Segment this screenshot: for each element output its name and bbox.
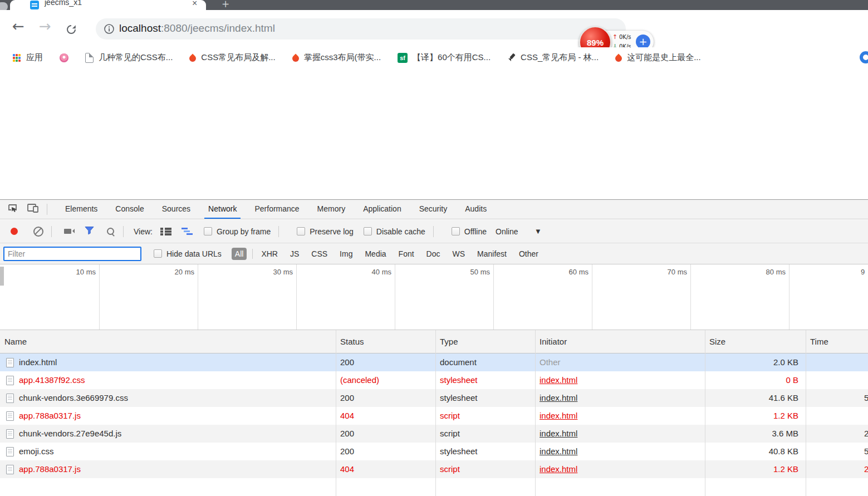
new-tab-button[interactable]: + bbox=[222, 0, 229, 9]
disable-cache-label[interactable]: Disable cache bbox=[376, 227, 425, 236]
offline-checkbox[interactable] bbox=[452, 227, 460, 235]
group-by-frame-label[interactable]: Group by frame bbox=[217, 227, 271, 236]
column-header-initiator[interactable]: Initiator bbox=[540, 330, 567, 353]
address-bar[interactable]: localhost:8080/jeecms/index.html bbox=[96, 18, 626, 40]
tab-audits[interactable]: Audits bbox=[461, 200, 491, 219]
waterfall-view-icon[interactable] bbox=[182, 227, 194, 235]
blue-circle-favicon[interactable] bbox=[860, 51, 868, 63]
filter-type-doc[interactable]: Doc bbox=[426, 249, 440, 258]
filter-icon[interactable] bbox=[85, 226, 95, 237]
preserve-log-label[interactable]: Preserve log bbox=[310, 227, 354, 236]
disable-cache-checkbox[interactable] bbox=[364, 227, 372, 235]
bookmark-item[interactable]: CSS_常见布局 - 林... bbox=[507, 52, 599, 63]
back-button[interactable]: ← bbox=[12, 18, 24, 35]
preserve-log-checkbox[interactable] bbox=[297, 227, 305, 235]
tab-application[interactable]: Application bbox=[359, 200, 405, 219]
column-divider[interactable] bbox=[336, 330, 336, 496]
timeline-tick: 50 ms bbox=[451, 268, 490, 276]
browser-tab[interactable]: jeecms_x1 × bbox=[10, 0, 206, 10]
request-initiator[interactable]: index.html bbox=[540, 460, 577, 478]
column-header-name[interactable]: Name bbox=[4, 330, 27, 353]
filter-type-ws[interactable]: WS bbox=[453, 249, 465, 258]
throttling-select[interactable]: Online bbox=[496, 227, 518, 236]
tab-elements[interactable]: Elements bbox=[61, 200, 101, 219]
list-view-icon[interactable] bbox=[160, 227, 171, 235]
tab-network[interactable]: Network bbox=[204, 200, 241, 219]
filter-type-all[interactable]: All bbox=[232, 248, 247, 260]
inspect-element-icon[interactable] bbox=[7, 203, 18, 216]
request-initiator[interactable]: index.html bbox=[540, 425, 577, 443]
tab-security[interactable]: Security bbox=[415, 200, 452, 219]
table-row[interactable]: app.788a0317.js 404 script index.html 1.… bbox=[0, 460, 868, 478]
timeline-tick: 30 ms bbox=[254, 268, 293, 276]
filter-type-font[interactable]: Font bbox=[399, 249, 414, 258]
filter-input[interactable] bbox=[3, 247, 141, 261]
bookmark-item[interactable] bbox=[60, 53, 68, 62]
column-header-status[interactable]: Status bbox=[340, 330, 364, 353]
request-type: stylesheet bbox=[440, 371, 478, 389]
tab-performance[interactable]: Performance bbox=[251, 200, 303, 219]
url-path: :8080/jeecms/index.html bbox=[161, 22, 275, 34]
group-by-frame-checkbox[interactable] bbox=[204, 227, 212, 235]
request-size: 1.2 KB bbox=[705, 460, 798, 478]
tab-close-icon[interactable]: × bbox=[192, 0, 197, 8]
filter-type-img[interactable]: Img bbox=[340, 249, 352, 258]
record-button[interactable] bbox=[11, 228, 18, 235]
bookmark-item[interactable]: sf【译】60个有用CS... bbox=[398, 52, 491, 63]
hide-data-urls-checkbox[interactable] bbox=[154, 249, 162, 258]
tab-memory[interactable]: Memory bbox=[313, 200, 350, 219]
bookmark-label: 几种常见的CSS布... bbox=[99, 52, 173, 63]
timeline-tick: 80 ms bbox=[747, 268, 786, 276]
request-type: script bbox=[440, 407, 460, 425]
clear-button[interactable] bbox=[33, 227, 43, 237]
table-row[interactable]: index.html 200 document Other 2.0 KB bbox=[0, 353, 868, 371]
column-divider[interactable] bbox=[535, 330, 536, 496]
bookmark-item[interactable]: 掌握css3布局(带实... bbox=[292, 52, 381, 63]
column-header-type[interactable]: Type bbox=[440, 330, 458, 353]
timeline-gridline bbox=[395, 264, 395, 330]
file-icon bbox=[6, 429, 14, 439]
hide-data-urls-label[interactable]: Hide data URLs bbox=[166, 249, 222, 258]
filter-type-js[interactable]: JS bbox=[290, 249, 299, 258]
filter-type-media[interactable]: Media bbox=[365, 249, 386, 258]
column-divider[interactable] bbox=[435, 330, 436, 496]
request-initiator[interactable]: Other bbox=[540, 353, 561, 371]
reload-button[interactable] bbox=[66, 22, 77, 38]
capture-screenshots-icon[interactable] bbox=[64, 229, 71, 234]
bookmark-item[interactable]: 几种常见的CSS布... bbox=[85, 52, 173, 63]
filter-type-css[interactable]: CSS bbox=[311, 249, 327, 258]
offline-label[interactable]: Offline bbox=[464, 227, 487, 236]
device-toolbar-icon[interactable] bbox=[27, 203, 39, 216]
tab-console[interactable]: Console bbox=[111, 200, 148, 219]
request-initiator[interactable]: index.html bbox=[540, 443, 577, 460]
table-row[interactable]: app.788a0317.js 404 script index.html 1.… bbox=[0, 407, 868, 425]
table-row[interactable]: chunk-vendors.3e669979.css 200 styleshee… bbox=[0, 389, 868, 407]
filter-type-xhr[interactable]: XHR bbox=[261, 249, 278, 258]
table-row[interactable]: emoji.css 200 stylesheet index.html 40.8… bbox=[0, 443, 868, 460]
column-divider[interactable] bbox=[705, 330, 705, 496]
file-icon bbox=[6, 376, 14, 385]
request-initiator[interactable]: index.html bbox=[540, 407, 577, 425]
timeline-overview[interactable]: 9 10 ms20 ms30 ms40 ms50 ms60 ms70 ms80 … bbox=[0, 264, 868, 330]
filter-type-other[interactable]: Other bbox=[519, 249, 538, 258]
column-divider[interactable] bbox=[806, 330, 806, 496]
forward-button[interactable]: → bbox=[39, 18, 51, 35]
column-header-time[interactable]: Time bbox=[810, 330, 828, 353]
view-label: View: bbox=[134, 227, 153, 236]
timeline-gridline bbox=[296, 264, 297, 330]
request-initiator[interactable]: index.html bbox=[540, 389, 577, 407]
bookmark-label: 掌握css3布局(带实... bbox=[304, 52, 381, 63]
table-row[interactable]: app.41387f92.css (canceled) stylesheet i… bbox=[0, 371, 868, 389]
filter-type-manifest[interactable]: Manifest bbox=[477, 249, 507, 258]
chevron-down-icon[interactable]: ▼ bbox=[536, 228, 540, 234]
table-row[interactable]: chunk-vendors.27e9e45d.js 200 script ind… bbox=[0, 425, 868, 443]
request-initiator[interactable]: index.html bbox=[540, 371, 577, 389]
request-status: (canceled) bbox=[340, 371, 379, 389]
bookmark-item[interactable]: 应用 bbox=[12, 52, 43, 63]
search-icon[interactable] bbox=[107, 228, 114, 235]
tab-sources[interactable]: Sources bbox=[158, 200, 194, 219]
bookmark-item[interactable]: 这可能是史上最全... bbox=[615, 52, 701, 63]
column-header-size[interactable]: Size bbox=[709, 330, 725, 353]
info-icon[interactable] bbox=[104, 23, 115, 37]
bookmark-item[interactable]: CSS常见布局及解... bbox=[189, 52, 275, 63]
